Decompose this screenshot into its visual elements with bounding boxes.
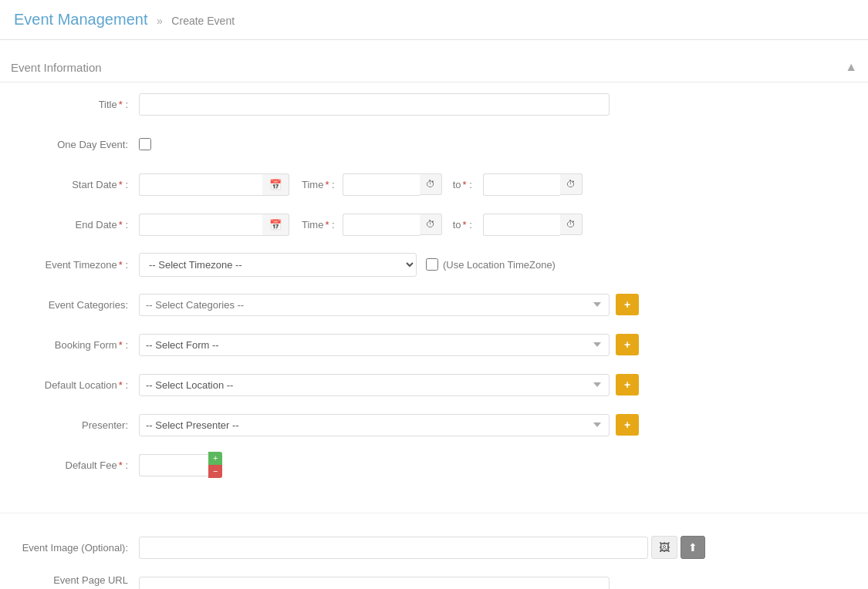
start-date-input-wrapper: 📅 bbox=[139, 173, 289, 196]
default-fee-row: Default Fee* : + − bbox=[15, 451, 853, 479]
timezone-select[interactable]: -- Select Timezone --UTCUS/EasternUS/Cen… bbox=[139, 253, 417, 277]
collapse-icon[interactable]: ▲ bbox=[845, 60, 857, 74]
presenter-select[interactable]: -- Select Presenter -- bbox=[139, 414, 610, 436]
title-label: Title* : bbox=[15, 99, 139, 110]
end-end-time-input[interactable]: 5:00 PM bbox=[483, 214, 560, 236]
end-date-calendar-btn[interactable]: 📅 bbox=[262, 214, 289, 236]
one-day-event-row: One Day Event: bbox=[15, 130, 853, 158]
start-date-row: Start Date* : 📅 Time* : 9:00 AM ⏱ to* : bbox=[15, 170, 853, 198]
timezone-label: Event Timezone* : bbox=[15, 259, 139, 271]
end-time-input[interactable]: 9:00 AM bbox=[343, 214, 420, 236]
end-end-time-wrapper: 5:00 PM ⏱ bbox=[483, 214, 583, 236]
page-header: Event Management » Create Event bbox=[0, 0, 868, 40]
default-location-group: -- Select Location -- + bbox=[139, 374, 639, 396]
end-time-label: Time* : bbox=[302, 219, 335, 231]
page-url-label: Event Page URL (Optional): bbox=[15, 574, 139, 589]
optional-form-body: Event Image (Optional): 🖼 ⬆ Event Page U… bbox=[0, 526, 868, 589]
event-image-row: Event Image (Optional): 🖼 ⬆ bbox=[15, 533, 853, 561]
start-date-group: 📅 Time* : 9:00 AM ⏱ to* : 5:00 PM ⏱ bbox=[139, 173, 583, 196]
start-to-label: to* : bbox=[453, 179, 472, 190]
app-title: Event Management bbox=[14, 11, 147, 28]
end-time-clock-btn[interactable]: ⏱ bbox=[420, 214, 442, 235]
start-date-label: Start Date* : bbox=[15, 179, 139, 190]
categories-input[interactable] bbox=[139, 294, 610, 316]
title-required: * bbox=[119, 99, 123, 110]
end-end-clock-btn[interactable]: ⏱ bbox=[560, 214, 583, 235]
booking-form-row: Booking Form* : -- Select Form -- + bbox=[15, 331, 853, 358]
presenter-group: -- Select Presenter -- + bbox=[139, 414, 639, 436]
end-date-input[interactable] bbox=[139, 214, 262, 236]
start-time-label: Time* : bbox=[302, 179, 335, 190]
use-location-tz-checkbox[interactable] bbox=[426, 258, 438, 271]
timezone-row: Event Timezone* : -- Select Timezone --U… bbox=[15, 251, 853, 278]
event-information-section: Event Information ▲ Title* : One Day Eve… bbox=[0, 52, 868, 589]
one-day-event-checkbox[interactable] bbox=[139, 138, 151, 150]
start-time-input[interactable]: 9:00 AM bbox=[343, 173, 420, 196]
categories-group: + bbox=[139, 294, 639, 316]
categories-label: Event Categories: bbox=[15, 299, 139, 311]
categories-row: Event Categories: + bbox=[15, 291, 853, 318]
start-end-time-input[interactable]: 5:00 PM bbox=[483, 173, 560, 196]
one-day-event-label: One Day Event: bbox=[15, 139, 139, 150]
booking-form-label: Booking Form* : bbox=[15, 339, 139, 351]
image-picker-btn[interactable]: 🖼 bbox=[651, 536, 677, 559]
default-fee-input[interactable] bbox=[139, 454, 208, 476]
fee-decrement-btn[interactable]: − bbox=[208, 465, 222, 478]
end-date-input-wrapper: 📅 bbox=[139, 214, 289, 236]
end-to-label: to* : bbox=[453, 219, 472, 231]
start-time-wrapper: 9:00 AM ⏱ bbox=[343, 173, 442, 196]
presenter-label: Presenter: bbox=[15, 419, 139, 431]
start-end-clock-btn[interactable]: ⏱ bbox=[560, 173, 583, 195]
section-header: Event Information ▲ bbox=[0, 52, 868, 82]
image-upload-btn[interactable]: ⬆ bbox=[681, 536, 705, 559]
section-divider bbox=[0, 513, 868, 513]
end-date-group: 📅 Time* : 9:00 AM ⏱ to* : 5:00 PM ⏱ bbox=[139, 214, 583, 236]
event-image-label: Event Image (Optional): bbox=[15, 542, 139, 554]
section-title: Event Information bbox=[11, 61, 102, 74]
default-location-label: Default Location* : bbox=[15, 379, 139, 391]
presenter-add-btn[interactable]: + bbox=[616, 414, 639, 436]
end-date-label: End Date* : bbox=[15, 219, 139, 231]
start-date-calendar-btn[interactable]: 📅 bbox=[262, 173, 289, 196]
breadcrumb-separator: » bbox=[157, 15, 163, 27]
title-row: Title* : bbox=[15, 90, 853, 118]
use-location-tz-label: (Use Location TimeZone) bbox=[443, 259, 556, 271]
event-image-group: 🖼 ⬆ bbox=[139, 536, 705, 559]
booking-form-group: -- Select Form -- + bbox=[139, 334, 639, 356]
start-time-clock-btn[interactable]: ⏱ bbox=[420, 173, 442, 195]
presenter-row: Presenter: -- Select Presenter -- + bbox=[15, 411, 853, 439]
page-url-row: Event Page URL (Optional): bbox=[15, 574, 853, 589]
booking-form-select[interactable]: -- Select Form -- bbox=[139, 334, 610, 356]
use-location-tz-group: (Use Location TimeZone) bbox=[426, 258, 556, 271]
fee-increment-btn[interactable]: + bbox=[208, 452, 222, 465]
default-location-row: Default Location* : -- Select Location -… bbox=[15, 371, 853, 399]
default-location-select[interactable]: -- Select Location -- bbox=[139, 374, 610, 396]
booking-form-add-btn[interactable]: + bbox=[616, 334, 639, 355]
start-date-input[interactable] bbox=[139, 173, 262, 196]
page-url-input[interactable] bbox=[139, 577, 610, 590]
event-image-input[interactable] bbox=[139, 537, 648, 559]
default-fee-group: + − bbox=[139, 452, 222, 478]
form-body: Title* : One Day Event: Start Date* : 📅 bbox=[0, 82, 868, 507]
fee-spinner: + − bbox=[208, 452, 222, 478]
default-fee-label: Default Fee* : bbox=[15, 459, 139, 471]
breadcrumb-current: Create Event bbox=[171, 15, 235, 27]
categories-add-btn[interactable]: + bbox=[616, 294, 639, 315]
end-time-wrapper: 9:00 AM ⏱ bbox=[343, 214, 442, 236]
title-input[interactable] bbox=[139, 93, 610, 116]
start-end-time-wrapper: 5:00 PM ⏱ bbox=[483, 173, 583, 196]
end-date-row: End Date* : 📅 Time* : 9:00 AM ⏱ to* : bbox=[15, 210, 853, 238]
default-location-add-btn[interactable]: + bbox=[616, 374, 639, 395]
